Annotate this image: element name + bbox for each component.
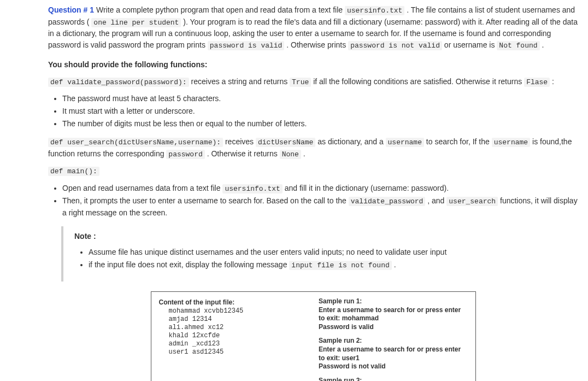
sample-run-2: Sample run 2: Enter a username to search… xyxy=(319,337,468,371)
run-title: Sample run 1: xyxy=(319,297,468,306)
note-text: if the input file does not exit, display… xyxy=(89,260,289,269)
main-step: Open and read usernames data from a text… xyxy=(62,183,578,195)
sample-box: Content of the input file: mohammad xcvb… xyxy=(151,291,476,381)
password-rules-list: The password must have at least 5 charac… xyxy=(48,93,578,130)
code-false: Flase xyxy=(524,78,550,87)
fn2-paragraph: def user_search(dictUsersName,username):… xyxy=(48,136,578,160)
code-username: username xyxy=(386,138,424,147)
sample-left-col: Content of the input file: mohammad xcvb… xyxy=(159,297,308,381)
note-block: Note : Assume file has unique distinct u… xyxy=(61,226,578,282)
code-password: password xyxy=(166,150,204,159)
sample-run-1: Sample run 1: Enter a username to search… xyxy=(319,297,468,331)
main-steps-list: Open and read usernames data from a text… xyxy=(48,183,578,219)
run-line: Password is not valid xyxy=(319,362,468,371)
main-step-text: , and xyxy=(425,196,446,205)
note-item: if the input file does not exit, display… xyxy=(89,259,575,271)
code-validate: validate_password xyxy=(349,197,426,206)
run-line: Password is valid xyxy=(319,323,468,332)
fn1-paragraph: def validate_password(password): receive… xyxy=(48,76,578,88)
code-not-valid: password is not valid xyxy=(348,41,442,50)
fn1-signature: def validate_password(password): xyxy=(48,78,189,87)
fn2-signature: def user_search(dictUsersName,username): xyxy=(48,138,223,147)
code-not-found: Not found xyxy=(497,41,539,50)
code-none: None xyxy=(280,150,301,159)
question-text: Write a complete python program that ope… xyxy=(94,5,345,14)
fn2-desc: as dictionary, and a xyxy=(315,137,385,146)
question-paragraph: Question # 1 Write a complete python pro… xyxy=(48,4,578,51)
code-valid: password is valid xyxy=(208,41,285,50)
fn1-desc: receives a string and returns xyxy=(189,77,290,86)
code-true: True xyxy=(290,78,311,87)
fn3-paragraph: def main(): xyxy=(48,165,578,177)
code-filename: usersinfo.txt xyxy=(222,184,282,194)
sample-run-3: Sample run 3: Enter a username to search… xyxy=(319,377,468,381)
note-list: Assume file has unique distinct username… xyxy=(74,247,575,271)
provide-heading: You should provide the following functio… xyxy=(48,59,578,71)
sample-right-col: Sample run 1: Enter a username to search… xyxy=(319,297,468,381)
main-step-text: and fill it in the dictionary (username:… xyxy=(283,184,449,192)
fn3-signature: def main(): xyxy=(48,167,99,176)
main-step-text: Then, it prompts the user to enter a use… xyxy=(62,196,349,205)
code-notfound-msg: input file is not found xyxy=(289,261,391,270)
fn1-desc: : xyxy=(550,77,554,86)
run-title: Sample run 2: xyxy=(319,337,468,345)
run-title: Sample run 3: xyxy=(319,377,468,381)
fn2-desc: receives xyxy=(223,137,256,146)
question-text: . xyxy=(540,40,544,49)
note-text: . xyxy=(392,260,396,269)
fn2-desc: . xyxy=(301,149,305,158)
note-title: Note : xyxy=(74,231,575,242)
fn1-desc: if all the following conditions are sati… xyxy=(311,77,524,86)
fn2-desc: to search for, If the xyxy=(424,137,492,146)
main-step-text: Open and read usernames data from a text… xyxy=(62,184,222,192)
fn2-desc: . Otherwise it returns xyxy=(205,149,280,158)
rule-item: It must start with a letter or underscor… xyxy=(62,105,578,117)
file-content: mohammad xcvbb12345 amjad 12314 ali.ahme… xyxy=(169,307,308,356)
content-header: Content of the input file: xyxy=(159,297,308,307)
code-one-line: one line per student xyxy=(91,18,181,27)
run-line: Enter a username to search for or press … xyxy=(319,306,468,323)
question-label: Question # 1 xyxy=(48,5,94,14)
main-step: Then, it prompts the user to enter a use… xyxy=(62,195,578,219)
run-line: Enter a username to search for or press … xyxy=(319,345,468,362)
code-usersearch: user_search xyxy=(446,197,498,206)
note-item: Assume file has unique distinct username… xyxy=(89,247,575,258)
code-dict: dictUsersName xyxy=(256,138,315,147)
question-text: or username is xyxy=(442,40,497,49)
question-text: . Otherwise prints xyxy=(284,40,348,49)
code-filename: usersinfo.txt xyxy=(345,6,404,15)
rule-item: The password must have at least 5 charac… xyxy=(62,93,578,104)
rule-item: The number of digits must be less then o… xyxy=(62,118,578,130)
code-username: username xyxy=(492,138,530,147)
